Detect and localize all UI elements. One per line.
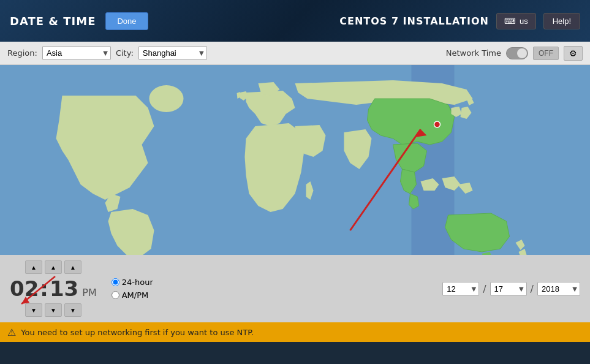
warning-bar: ⚠ You need to set up networking first if… [0, 322, 590, 342]
format-options: 24-hour AM/PM [112, 278, 153, 300]
header: DATE & TIME Done CENTOS 7 INSTALLATION ⌨… [0, 0, 590, 42]
up-buttons-row: ▲ ▲ ▲ [25, 260, 81, 274]
seconds-up-button[interactable]: ▲ [64, 260, 81, 274]
date-sep-1: / [483, 283, 486, 295]
format-ampm-radio[interactable] [112, 291, 119, 299]
month-select-wrapper[interactable]: 12 1234 5678 91011 ▼ [442, 282, 479, 296]
format-ampm-label: AM/PM [122, 290, 149, 300]
time-controls: ▲ ▲ ▲ 02 : 13 PM ▼ ▼ ▼ 24 [0, 255, 590, 322]
svg-point-5 [434, 121, 441, 127]
keyboard-icon: ⌨ [504, 17, 516, 26]
world-map [0, 65, 590, 255]
city-select[interactable]: Shanghai Beijing Tokyo Seoul [139, 47, 206, 59]
header-right: CENTOS 7 INSTALLATION ⌨ us Help! [339, 13, 580, 29]
network-time-label: Network Time [446, 48, 501, 58]
time-arrow-indicator [12, 273, 61, 310]
region-select[interactable]: Asia Africa America Europe Pacific [43, 47, 110, 59]
format-24h-radio[interactable] [112, 278, 119, 286]
year-select[interactable]: 2018 [538, 282, 575, 295]
minutes-up-button[interactable]: ▲ [45, 260, 62, 274]
svg-point-2 [149, 85, 184, 112]
region-select-wrapper[interactable]: Asia Africa America Europe Pacific ▼ [42, 46, 111, 60]
toggle-off-button[interactable]: OFF [533, 47, 559, 60]
date-sep-2: / [531, 283, 534, 295]
network-time-section: Network Time OFF ⚙ [446, 46, 583, 61]
month-select[interactable]: 12 1234 5678 91011 [443, 282, 474, 295]
keyboard-lang: us [520, 17, 528, 26]
help-button[interactable]: Help! [543, 13, 580, 29]
format-ampm-option[interactable]: AM/PM [112, 290, 153, 300]
format-24h-label: 24-hour [122, 278, 153, 287]
gear-button[interactable]: ⚙ [564, 46, 583, 61]
hours-up-button[interactable]: ▲ [25, 260, 42, 274]
install-title: CENTOS 7 INSTALLATION [339, 15, 489, 27]
region-label: Region: [7, 48, 37, 58]
page-title: DATE & TIME [10, 15, 96, 28]
gear-icon: ⚙ [569, 48, 577, 58]
map-container[interactable] [0, 65, 590, 255]
day-select[interactable]: 17 [491, 282, 521, 295]
date-area: 12 1234 5678 91011 ▼ / 17 ▼ / 2018 ▼ [442, 282, 580, 296]
format-24h-option[interactable]: 24-hour [112, 278, 153, 287]
warning-icon: ⚠ [7, 327, 16, 338]
done-button[interactable]: Done [105, 12, 148, 30]
year-select-wrapper[interactable]: 2018 ▼ [537, 282, 580, 296]
city-label: City: [116, 48, 134, 58]
warning-text: You need to set up networking first if y… [21, 328, 254, 337]
header-left: DATE & TIME Done [10, 12, 148, 30]
city-select-wrapper[interactable]: Shanghai Beijing Tokyo Seoul ▼ [138, 46, 207, 60]
seconds-down-button[interactable]: ▼ [64, 303, 81, 317]
network-time-toggle[interactable] [506, 47, 528, 59]
toolbar: Region: Asia Africa America Europe Pacif… [0, 42, 590, 65]
main-content: ▲ ▲ ▲ 02 : 13 PM ▼ ▼ ▼ 24 [0, 65, 590, 342]
ampm-display: PM [82, 287, 96, 301]
keyboard-button[interactable]: ⌨ us [496, 13, 536, 29]
day-select-wrapper[interactable]: 17 ▼ [490, 282, 527, 296]
